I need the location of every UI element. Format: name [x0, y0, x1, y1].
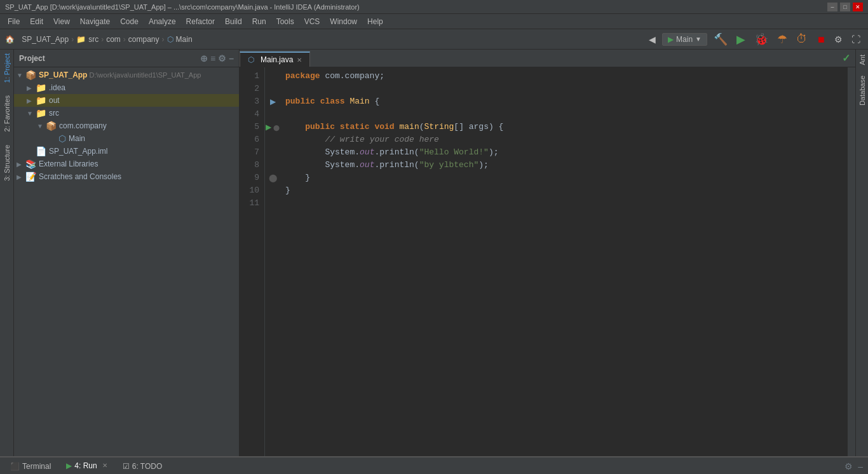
- side-tab-favorites[interactable]: 2: Favorites: [2, 91, 12, 135]
- breadcrumb-item-com[interactable]: com: [106, 35, 121, 44]
- run-tab-label: 4: Run: [74, 461, 97, 470]
- out-label: out: [49, 96, 60, 105]
- ext-lib-icon: 📚: [25, 159, 36, 169]
- editor-content[interactable]: 1 2 3 4 5 6 7 8 9 10 11 ▶ ▶ ⬤: [240, 67, 855, 456]
- tree-item-src[interactable]: ▼ 📁 src: [14, 107, 239, 119]
- menu-file[interactable]: File: [3, 14, 25, 29]
- collapse-icon[interactable]: –: [229, 53, 234, 64]
- menu-run[interactable]: Run: [247, 14, 271, 29]
- code-line-9: }: [285, 172, 843, 184]
- code-line-7: System.out.println("Hello World!");: [285, 146, 843, 159]
- ant-tab[interactable]: Ant: [857, 52, 867, 68]
- run-arrow-icon: ▶: [266, 123, 271, 132]
- build-button[interactable]: 🔨: [711, 31, 730, 48]
- tab-close-icon[interactable]: ✕: [297, 57, 302, 64]
- bottom-minimize-button[interactable]: –: [855, 460, 865, 473]
- tree-item-idea[interactable]: ▶ 📁 .idea: [14, 81, 239, 94]
- tab-terminal[interactable]: ⬛ Terminal: [3, 457, 58, 475]
- line-num-4: 4: [245, 108, 259, 121]
- tab-label: Main.java: [261, 55, 293, 64]
- editor-scrollbar[interactable]: [848, 67, 855, 456]
- breadcrumb-item-app[interactable]: SP_UAT_App: [22, 35, 69, 44]
- tab-todo[interactable]: ☑ 6: TODO: [115, 457, 170, 475]
- profile-button[interactable]: ⏱: [794, 31, 810, 47]
- menu-refactor[interactable]: Refactor: [181, 14, 220, 29]
- arrow-pkg-icon: ▼: [37, 123, 44, 130]
- line-num-8: 8: [245, 159, 259, 172]
- side-tab-project[interactable]: 1: Project: [2, 50, 12, 86]
- breadcrumb-src-label[interactable]: src: [88, 35, 98, 44]
- scratches-label: Scratches and Consoles: [39, 172, 121, 181]
- close-button[interactable]: ✕: [853, 3, 863, 11]
- checkmark-icon: ✓: [837, 50, 855, 67]
- run-button[interactable]: ▶: [734, 31, 748, 48]
- menu-vcs[interactable]: VCS: [299, 14, 325, 29]
- code-line-4: [285, 108, 843, 121]
- project-panel-header: Project ⊕ ≡ ⚙ –: [14, 50, 239, 67]
- line-num-3: 3: [245, 95, 259, 108]
- menu-window[interactable]: Window: [325, 14, 362, 29]
- breadcrumb-item-main[interactable]: ⬡: [167, 35, 173, 44]
- run-config-selector[interactable]: ▶ Main ▼: [662, 33, 707, 46]
- menu-analyze[interactable]: Analyze: [144, 14, 181, 29]
- menu-bar: File Edit View Navigate Code Analyze Ref…: [0, 14, 868, 29]
- menu-help[interactable]: Help: [362, 14, 388, 29]
- arrow-out-icon: ▶: [27, 97, 34, 104]
- menu-tools[interactable]: Tools: [271, 14, 299, 29]
- line-num-7: 7: [245, 146, 259, 159]
- idea-label: .idea: [49, 83, 65, 92]
- terminal-icon: ⬛: [10, 462, 20, 471]
- tree-item-ext-libs[interactable]: ▶ 📚 External Libraries: [14, 158, 239, 170]
- minimize-button[interactable]: –: [827, 3, 837, 11]
- maximize-button[interactable]: □: [840, 3, 850, 11]
- run-tab-close[interactable]: ✕: [102, 462, 107, 469]
- tree-item-out[interactable]: ▶ 📁 out: [14, 94, 239, 107]
- maximize-editor-button[interactable]: ⛶: [849, 33, 863, 46]
- code-line-6: // write your code here: [285, 133, 843, 146]
- panel-icons: ⊕ ≡ ⚙ –: [200, 53, 234, 64]
- bottom-settings-button[interactable]: ⚙: [842, 460, 855, 473]
- run-gutter-5[interactable]: ▶ ⬤: [265, 121, 280, 133]
- code-line-11: [285, 197, 843, 210]
- menu-build[interactable]: Build: [220, 14, 247, 29]
- back-button[interactable]: ◀: [646, 33, 658, 46]
- tree-item-main[interactable]: ⬡ Main: [14, 132, 239, 145]
- tree-item-scratches[interactable]: ▶ 📝 Scratches and Consoles: [14, 170, 239, 183]
- iml-label: SP_UAT_App.iml: [49, 147, 107, 156]
- breadcrumb-item-src[interactable]: 📁: [76, 35, 86, 44]
- menu-view[interactable]: View: [48, 14, 75, 29]
- menu-code[interactable]: Code: [115, 14, 144, 29]
- debug-button[interactable]: 🐞: [752, 31, 771, 48]
- tab-run[interactable]: ▶ 4: Run ✕: [58, 457, 114, 475]
- code-area[interactable]: package com.company; public class Main {…: [280, 67, 848, 456]
- breadcrumb-item-project[interactable]: 🏠: [5, 35, 15, 44]
- window-controls: – □ ✕: [827, 3, 863, 11]
- side-tab-structure[interactable]: 3: Structure: [2, 141, 12, 185]
- tab-main-java[interactable]: ⬡ Main.java ✕: [240, 51, 310, 67]
- line-num-9: 9: [245, 172, 259, 184]
- database-tab[interactable]: Database: [857, 73, 867, 108]
- stop-button[interactable]: ⏹: [814, 33, 828, 46]
- tree-item-root[interactable]: ▼ 📦 SP_UAT_App D:\work\java\untitled1\SP…: [14, 69, 239, 81]
- menu-navigate[interactable]: Navigate: [75, 14, 115, 29]
- right-sidebar: Ant Database: [855, 50, 868, 456]
- package-label: com.company: [59, 121, 107, 130]
- main-area: 1: Project 2: Favorites 3: Structure Pro…: [0, 50, 868, 456]
- main-label: Main: [69, 134, 85, 143]
- settings-icon[interactable]: ⚙: [218, 53, 226, 64]
- tree-item-iml[interactable]: 📄 SP_UAT_App.iml: [14, 145, 239, 158]
- bottom-panel: ⬛ Terminal ▶ 4: Run ✕ ☑ 6: TODO ⚙ – ▶ ⏹ …: [0, 456, 868, 474]
- left-side-tabs: 1: Project 2: Favorites 3: Structure: [0, 50, 14, 456]
- layout-icon[interactable]: ≡: [210, 53, 215, 64]
- settings-button[interactable]: ⚙: [832, 33, 845, 46]
- project-panel: Project ⊕ ≡ ⚙ – ▼ 📦 SP_UAT_App D:\work\j…: [14, 50, 240, 456]
- sync-icon[interactable]: ⊕: [200, 53, 208, 64]
- menu-edit[interactable]: Edit: [25, 14, 48, 29]
- todo-icon: ☑: [123, 462, 130, 471]
- project-tree: ▼ 📦 SP_UAT_App D:\work\java\untitled1\SP…: [14, 67, 239, 456]
- title-bar: SP_UAT_App [D:\work\java\untitled1\SP_UA…: [0, 0, 868, 14]
- breadcrumb-item-company[interactable]: company: [128, 35, 159, 44]
- breadcrumb-main-label[interactable]: Main: [176, 35, 193, 44]
- tree-item-package[interactable]: ▼ 📦 com.company: [14, 119, 239, 132]
- coverage-button[interactable]: ☂: [775, 31, 790, 48]
